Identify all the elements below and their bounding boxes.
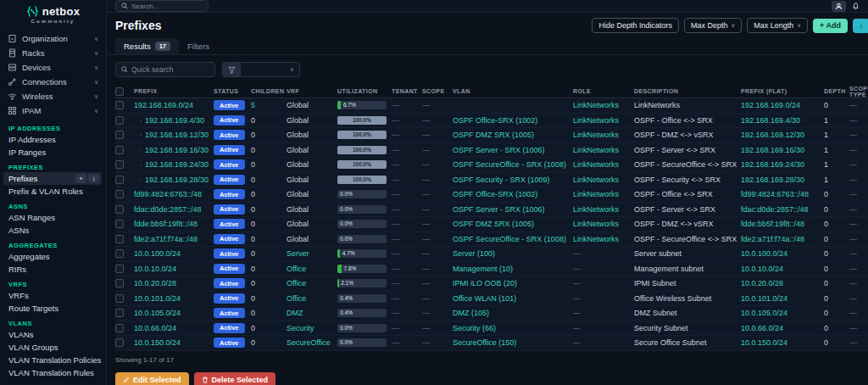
row-checkbox[interactable] bbox=[115, 205, 124, 214]
vlan-link[interactable]: Management (10) bbox=[453, 265, 513, 273]
vrf-link[interactable]: Security bbox=[287, 324, 314, 332]
sidebar-item-prefix-vlan-roles[interactable]: Prefix & VLAN Roles bbox=[8, 185, 106, 198]
max-depth-dropdown[interactable]: Max Depth∨ bbox=[684, 18, 742, 33]
row-checkbox[interactable] bbox=[115, 220, 124, 228]
role-link[interactable]: LinkNetworks bbox=[573, 160, 619, 169]
prefix-flat-link[interactable]: fd99:4824:6763::/48 bbox=[741, 190, 809, 198]
prefix-link[interactable]: fd99:4824:6763::/48 bbox=[134, 190, 202, 198]
user-menu-button[interactable] bbox=[832, 1, 846, 12]
sidebar-nav-wireless[interactable]: Wireless∨ bbox=[0, 89, 106, 103]
prefix-flat-link[interactable]: 10.0.66.0/24 bbox=[741, 324, 783, 332]
row-checkbox[interactable] bbox=[115, 235, 124, 243]
row-checkbox[interactable] bbox=[115, 294, 124, 303]
prefix-flat-link[interactable]: 192.168.169.24/30 bbox=[741, 160, 804, 169]
prefix-link[interactable]: 10.0.10.0/24 bbox=[134, 265, 176, 273]
column-header-vlan[interactable]: VLAN bbox=[453, 88, 573, 94]
sidebar-item-vlan-translation-rules[interactable]: VLAN Translation Rules bbox=[8, 366, 106, 379]
column-header-scope[interactable]: SCOPE bbox=[422, 88, 453, 94]
row-checkbox[interactable] bbox=[115, 190, 124, 198]
sidebar-item-asn-ranges[interactable]: ASN Ranges bbox=[8, 211, 106, 224]
sidebar-item-vrfs[interactable]: VRFs bbox=[8, 289, 106, 302]
sidebar-item-vlan-translation-policies[interactable]: VLAN Translation Policies bbox=[8, 354, 106, 366]
vlan-link[interactable]: SecureOffice (150) bbox=[453, 338, 516, 347]
role-link[interactable]: LinkNetworks bbox=[573, 205, 619, 214]
sidebar-nav-devices[interactable]: Devices∨ bbox=[0, 60, 106, 75]
row-checkbox[interactable] bbox=[115, 101, 124, 109]
vlan-link[interactable]: OSPF Server - SRX (1006) bbox=[453, 146, 545, 154]
prefix-link[interactable]: fdde:bb5f:19f8::/48 bbox=[134, 220, 198, 228]
prefix-flat-link[interactable]: fdde:bb5f:19f8::/48 bbox=[741, 220, 804, 228]
delete-selected-button[interactable]: Delete Selected bbox=[194, 372, 276, 385]
vlan-link[interactable]: OSPF DMZ SRX (1005) bbox=[453, 131, 534, 139]
vrf-link[interactable]: Office bbox=[287, 294, 306, 303]
row-checkbox[interactable] bbox=[115, 131, 124, 139]
prefix-flat-link[interactable]: fde2:a71f:f74a::/48 bbox=[741, 235, 804, 243]
hide-depth-indicators-button[interactable]: Hide Depth Indicators bbox=[592, 18, 679, 33]
sidebar-item-asns[interactable]: ASNs bbox=[8, 224, 106, 237]
sidebar-item-ip-ranges[interactable]: IP Ranges bbox=[8, 146, 106, 159]
prefix-flat-link[interactable]: 192.168.169.28/30 bbox=[741, 176, 804, 184]
sidebar-item-prefixes[interactable]: Prefixes+↓ bbox=[3, 172, 102, 185]
vlan-link[interactable]: Server (100) bbox=[453, 249, 495, 258]
sidebar-nav-connections[interactable]: Connections∨ bbox=[0, 75, 106, 89]
prefix-flat-link[interactable]: 10.0.100.0/24 bbox=[741, 249, 787, 258]
vlan-link[interactable]: OSPF SecureOffice - SRX (1008) bbox=[453, 160, 566, 169]
prefix-link[interactable]: 192.168.169.4/30 bbox=[145, 116, 204, 125]
row-checkbox[interactable] bbox=[115, 309, 124, 317]
row-checkbox[interactable] bbox=[115, 176, 124, 184]
role-link[interactable]: LinkNetworks bbox=[573, 131, 619, 139]
role-link[interactable]: LinkNetworks bbox=[573, 220, 619, 228]
quick-search[interactable] bbox=[115, 62, 215, 77]
role-link[interactable]: LinkNetworks bbox=[573, 235, 619, 243]
select-all-checkbox[interactable] bbox=[115, 87, 124, 96]
prefix-link[interactable]: 10.0.20.0/28 bbox=[134, 279, 176, 287]
prefix-flat-link[interactable]: 192.168.169.4/30 bbox=[741, 116, 800, 125]
column-header-description[interactable]: DESCRIPTION bbox=[634, 88, 741, 94]
sidebar-item-route-targets[interactable]: Route Targets bbox=[8, 302, 106, 315]
vlan-link[interactable]: OSPF Office-SRX (1002) bbox=[453, 116, 537, 125]
sidebar-nav-ipam[interactable]: IPAM∨ bbox=[0, 103, 106, 118]
sidebar-item-vlans[interactable]: VLANs bbox=[8, 328, 106, 341]
column-header-utilization[interactable]: UTILIZATION bbox=[337, 88, 392, 94]
prefix-flat-link[interactable]: 192.168.169.16/30 bbox=[741, 146, 804, 154]
column-header-role[interactable]: ROLE bbox=[573, 88, 634, 94]
max-length-dropdown[interactable]: Max Length∨ bbox=[747, 18, 808, 33]
vlan-link[interactable]: OSPF Security - SRX (1009) bbox=[453, 176, 550, 184]
quick-search-input[interactable] bbox=[131, 65, 209, 74]
saved-filter-select[interactable]: ∨ bbox=[241, 62, 300, 77]
filter-funnel-icon[interactable] bbox=[222, 62, 241, 77]
column-header-scope-type[interactable]: SCOPE TYPE bbox=[849, 86, 868, 98]
prefix-link[interactable]: 10.0.101.0/24 bbox=[134, 294, 181, 303]
netbox-logo[interactable]: netbox Community bbox=[0, 5, 106, 24]
prefix-flat-link[interactable]: fdac:d0de:2857::/48 bbox=[741, 205, 809, 214]
prefix-link[interactable]: 192.168.169.0/24 bbox=[134, 101, 193, 109]
quick-import-button[interactable]: ↓ bbox=[88, 174, 99, 183]
vlan-link[interactable]: Office WLAN (101) bbox=[453, 294, 516, 303]
tab-filters[interactable]: Filters bbox=[179, 38, 218, 54]
row-checkbox[interactable] bbox=[115, 160, 124, 169]
add-button[interactable]: + Add bbox=[813, 19, 848, 33]
vrf-link[interactable]: Office bbox=[287, 265, 306, 273]
global-search-input[interactable] bbox=[131, 3, 203, 10]
notifications-bell-icon[interactable] bbox=[852, 2, 860, 10]
sidebar-item-ip-addresses[interactable]: IP Addresses bbox=[8, 133, 106, 146]
prefix-link[interactable]: 10.0.66.0/24 bbox=[134, 324, 176, 332]
children-count[interactable]: 5 bbox=[251, 101, 255, 109]
vlan-link[interactable]: DMZ (105) bbox=[453, 309, 489, 317]
vrf-link[interactable]: DMZ bbox=[287, 309, 303, 317]
column-header-prefix[interactable]: PREFIX bbox=[134, 88, 214, 94]
column-header-vrf[interactable]: VRF bbox=[287, 88, 337, 94]
prefix-link[interactable]: 192.168.169.24/30 bbox=[145, 160, 209, 169]
vlan-link[interactable]: OSPF Office-SRX (1002) bbox=[453, 190, 537, 198]
row-checkbox[interactable] bbox=[115, 116, 124, 125]
column-header-children[interactable]: CHILDREN bbox=[251, 88, 287, 94]
row-checkbox[interactable] bbox=[115, 146, 124, 154]
prefix-link[interactable]: fde2:a71f:f74a::/48 bbox=[134, 235, 198, 243]
row-checkbox[interactable] bbox=[115, 279, 124, 287]
edit-selected-button[interactable]: Edit Selected bbox=[115, 372, 189, 385]
vlan-link[interactable]: IPMI iLO OOB (20) bbox=[453, 279, 517, 287]
prefix-link[interactable]: 192.168.169.16/30 bbox=[145, 146, 209, 154]
vlan-link[interactable]: OSPF DMZ SRX (1005) bbox=[453, 220, 534, 228]
vlan-link[interactable]: OSPF SecureOffice - SRX (1008) bbox=[453, 235, 566, 243]
column-header-depth[interactable]: DEPTH bbox=[824, 88, 849, 94]
